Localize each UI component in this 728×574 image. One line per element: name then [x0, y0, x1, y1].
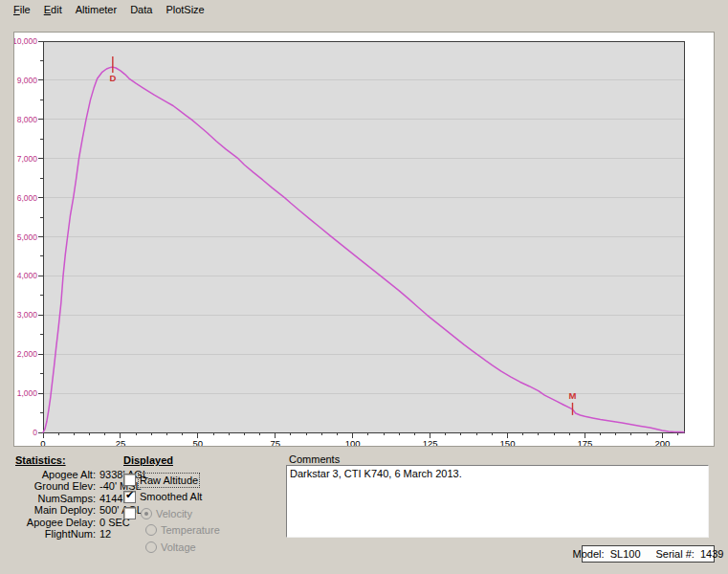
- svg-text:6,000: 6,000: [17, 193, 38, 203]
- displayed-row-temperature: Temperature: [123, 522, 267, 540]
- displayed-controls: Raw Altitude✔Smoothed AltVelocityTempera…: [123, 472, 267, 556]
- svg-text:1,000: 1,000: [17, 388, 38, 398]
- smoothed-alt-label: Smoothed Alt: [140, 491, 202, 502]
- svg-text:5,000: 5,000: [17, 232, 38, 242]
- svg-text:125: 125: [423, 438, 438, 446]
- velocity-label: Velocity: [156, 508, 192, 519]
- menu-altimeter[interactable]: Altimeter: [69, 3, 123, 17]
- svg-text:175: 175: [577, 438, 592, 446]
- svg-text:10,000: 10,000: [14, 36, 37, 46]
- svg-text:25: 25: [116, 438, 126, 446]
- displayed-row-raw-altitude: Raw Altitude: [123, 472, 267, 489]
- stat-label-numsamps: NumSamps:: [15, 493, 96, 504]
- temperature-label: Temperature: [161, 524, 220, 536]
- statistics-rows: Apogee Alt:9338' AGLGround Elev:-40' MSL…: [15, 469, 135, 540]
- device-serial: Serial #: 1439: [656, 548, 724, 560]
- svg-text:200: 200: [654, 438, 670, 446]
- statistics-title: Statistics:: [15, 454, 135, 466]
- stat-label-apogee-delay: Apogee Delay:: [15, 517, 96, 528]
- device-info-box: Model: SL100 Serial #: 1439: [582, 545, 715, 563]
- svg-text:50: 50: [193, 438, 204, 446]
- svg-text:D: D: [109, 73, 116, 83]
- raw-altitude-checkbox[interactable]: [123, 474, 136, 486]
- svg-text:150: 150: [500, 438, 516, 446]
- menu-plotsize[interactable]: PlotSize: [159, 3, 210, 17]
- raw-altitude-label: Raw Altitude: [140, 475, 198, 486]
- svg-text:7,000: 7,000: [17, 154, 38, 164]
- comments-textarea[interactable]: Darkstar 3, CTI K740, 6 March 2013.: [286, 465, 709, 538]
- voltage-label: Voltage: [161, 541, 196, 553]
- displayed-row-velocity: Velocity: [123, 505, 267, 522]
- stat-label-ground-elev: Ground Elev:: [15, 480, 96, 492]
- stat-label-apogee-alt: Apogee Alt:: [15, 469, 96, 480]
- menu-edit[interactable]: Edit: [37, 3, 69, 17]
- statistics-panel: Statistics: Apogee Alt:9338' AGLGround E…: [15, 454, 135, 540]
- svg-text:0: 0: [33, 428, 37, 437]
- svg-text:100: 100: [345, 438, 361, 446]
- stat-label-flightnum: FlightNum:: [15, 528, 96, 540]
- comments-label: Comments: [289, 453, 340, 465]
- altitude-chart: 01,0002,0003,0004,0005,0006,0007,0008,00…: [14, 33, 714, 446]
- altimeter-app-window: FileEditAltimeterDataPlotSize 01,0002,00…: [0, 0, 728, 574]
- device-model: Model: SL100: [573, 548, 641, 560]
- menu-file[interactable]: File: [7, 3, 37, 17]
- temperature-radio[interactable]: [145, 524, 157, 536]
- menu-data[interactable]: Data: [123, 3, 159, 17]
- svg-text:2,000: 2,000: [17, 349, 38, 359]
- displayed-title: Displayed: [123, 454, 267, 466]
- svg-text:3,000: 3,000: [17, 310, 38, 320]
- svg-text:4,000: 4,000: [17, 271, 38, 280]
- svg-text:M: M: [569, 390, 577, 401]
- menu-bar: FileEditAltimeterDataPlotSize: [0, 0, 728, 19]
- velocity-checkbox[interactable]: [123, 507, 136, 519]
- svg-text:75: 75: [270, 438, 280, 446]
- svg-text:9,000: 9,000: [17, 76, 38, 85]
- smoothed-alt-checkbox[interactable]: ✔: [123, 491, 136, 503]
- svg-text:8,000: 8,000: [17, 115, 38, 124]
- altitude-chart-panel: 01,0002,0003,0004,0005,0006,0007,0008,00…: [13, 32, 715, 447]
- svg-text:0: 0: [40, 438, 45, 446]
- displayed-row-smoothed-alt: ✔Smoothed Alt: [123, 489, 267, 506]
- voltage-radio[interactable]: [145, 541, 157, 553]
- displayed-row-voltage: Voltage: [123, 539, 267, 556]
- displayed-panel: Displayed Raw Altitude✔Smoothed AltVeloc…: [123, 454, 267, 556]
- velocity-radio[interactable]: [141, 508, 152, 519]
- stat-label-main-deploy: Main Deploy:: [15, 504, 96, 516]
